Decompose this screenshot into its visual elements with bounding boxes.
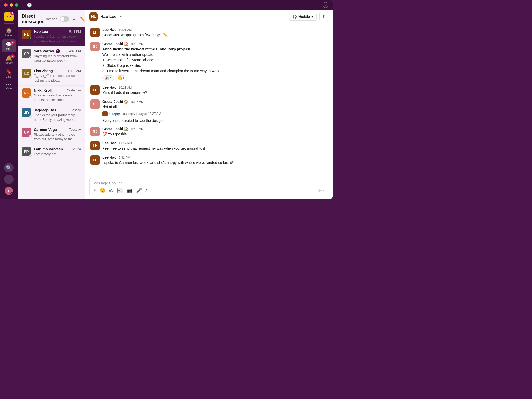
jagdeep-status-dot — [29, 115, 32, 118]
party-emoji: 🎉 — [105, 76, 109, 80]
workspace-avatar[interactable]: 🐱 1 — [4, 12, 14, 21]
audio-button[interactable]: 🎤 — [136, 188, 142, 193]
msg-header-4: Geeta Joshi 🏠 10:15 AM — [102, 99, 327, 104]
message-group-5: GJ Geeta Joshi 🏠 12:33 AM 💯 You got this… — [90, 127, 327, 137]
dm-item-hao-lee[interactable]: HL Hao Lee 5:41 PM I spoke to Carmen las… — [18, 27, 85, 46]
dm-list: HL Hao Lee 5:41 PM I spoke to Carmen las… — [18, 27, 85, 200]
fathima-status-dot — [29, 154, 32, 157]
sidebar-divider — [4, 23, 14, 24]
mention-button[interactable]: @ — [109, 188, 114, 193]
chat-header: HL Hao Lee ▾ 🎧 Huddle ▾ ⬆ — [85, 10, 332, 23]
add-button[interactable]: + — [4, 175, 14, 184]
dm-avatar-wrap-lisa: LZ — [22, 69, 31, 78]
sidebar: 🐱 1 🏠 Home 💬 DMs 1 🔔 Activity 2 🔖 Later … — [0, 10, 18, 200]
huddle-caret-icon: ▾ — [311, 15, 313, 19]
sidebar-item-dms[interactable]: 💬 DMs 1 — [2, 39, 16, 52]
share-button[interactable]: ⬆ — [319, 12, 328, 21]
sidebar-item-later[interactable]: 🔖 Later — [2, 67, 16, 80]
msg-header-5: Geeta Joshi 🏠 12:33 AM — [102, 127, 327, 131]
dm-row1-sara: Sara Parras 1 4:45 PM — [34, 49, 81, 53]
chat-user-name[interactable]: Hao Lee — [100, 14, 116, 19]
msg-body-3: Lee Hao 10:13 AM Mind if I add it in tom… — [102, 85, 327, 95]
lisa-time: 11:12 AM — [68, 69, 81, 73]
reaction-party-2[interactable]: 🎉 1 — [102, 75, 114, 81]
hao-preview: I spoke to Carmen last week, and she's h… — [34, 34, 81, 44]
thread-reply-4[interactable]: 1 reply Last reply today at 10:27 AM — [102, 111, 327, 116]
dm-avatar-wrap-carmen: CV — [22, 128, 31, 137]
help-button[interactable]: ? — [323, 2, 328, 8]
msg-author-1: Lee Hao — [102, 28, 116, 32]
back-button[interactable]: ← — [36, 2, 43, 8]
user-avatar[interactable]: U — [4, 186, 14, 195]
dm-avatar-wrap-sara: SP — [22, 49, 31, 58]
forward-button[interactable]: → — [44, 2, 52, 8]
maximize-button[interactable] — [15, 3, 18, 7]
text-format-button[interactable]: Aa — [117, 188, 123, 193]
message-input-box: Message Hao Lee + 😊 @ Aa 📷 🎤 / ➤ ▾ — [89, 178, 328, 196]
emoji-button[interactable]: 😊 — [100, 188, 105, 193]
title-bar-center: 🕐 ← → — [22, 2, 320, 8]
dm-content-carmen: Carmen Vega Tuesday Please add any other… — [34, 128, 81, 142]
msg-avatar-1: LH — [90, 28, 100, 37]
dm-row1-jagdeep: Jagdeep Das Tuesday — [34, 108, 81, 112]
fathima-preview: Fortunately not! — [34, 152, 81, 156]
sidebar-item-home[interactable]: 🏠 Home — [2, 26, 16, 38]
msg-author-6: Lee Hao — [102, 141, 116, 145]
add-reaction-2[interactable]: 😊+ — [116, 75, 127, 81]
msg-body-6: Lee Hao 12:32 PM Feel free to send that … — [102, 141, 327, 151]
send-button[interactable]: ➤ — [318, 187, 322, 194]
input-placeholder[interactable]: Message Hao Lee — [93, 181, 324, 185]
activity-badge: 2 — [10, 54, 15, 58]
huddle-button[interactable]: 🎧 Huddle ▾ — [289, 13, 317, 21]
carmen-time: Tuesday — [69, 128, 81, 131]
lisa-status-dot — [29, 76, 32, 79]
message-group-6: LH Lee Hao 12:32 PM Feel free to send th… — [90, 141, 327, 151]
minimize-button[interactable] — [10, 3, 13, 7]
dm-avatar-wrap-jagdeep: JD — [22, 108, 31, 117]
reaction-count-2: 1 — [110, 76, 112, 80]
later-icon: 🔖 — [6, 69, 12, 75]
dm-item-nikki[interactable]: NK Nikki Kroll Yesterday Great work on t… — [18, 86, 85, 105]
filter-button[interactable]: ≡ — [72, 16, 76, 22]
msg-author-4: Geeta Joshi 🏠 — [102, 99, 128, 104]
sidebar-item-more[interactable]: ••• More — [2, 81, 16, 91]
msg-time-3: 10:13 AM — [118, 86, 132, 89]
video-button[interactable]: 📷 — [127, 188, 132, 193]
msg-text-7: I spoke to Carmen last week, and she's h… — [102, 160, 327, 165]
msg-time-4: 10:15 AM — [130, 100, 144, 104]
msg-text-4: Not at all! — [102, 104, 327, 110]
attach-button[interactable]: + — [93, 188, 96, 193]
thread-avatar-img — [102, 111, 108, 116]
dm-item-fathima[interactable]: FP Fathima Parveen Apr 24 Fortunately no… — [18, 144, 85, 159]
dm-item-lisa[interactable]: LZ Lisa Zhang 11:12 AM ¯\_(ツ)_/¯ The bos… — [18, 66, 85, 86]
fathima-time: Apr 24 — [72, 147, 81, 151]
chat-avatar-img: HL — [89, 12, 98, 21]
sara-name: Sara Parras — [34, 49, 54, 53]
nav-arrows: ← → — [36, 2, 52, 8]
slash-button[interactable]: / — [145, 188, 147, 193]
sara-status-dot — [29, 56, 32, 59]
huddle-label: Huddle — [298, 15, 310, 19]
sidebar-item-activity[interactable]: 🔔 Activity 2 — [2, 53, 16, 66]
msg-time-5: 12:33 AM — [130, 127, 144, 131]
msg-line-2-2: 2. Globo Corp is excited — [102, 63, 141, 68]
dm-avatar-wrap-nikki: NK — [22, 88, 31, 98]
msg-author-2: Geeta Joshi 🏠 — [102, 42, 128, 46]
send-caret-button[interactable]: ▾ — [323, 188, 324, 192]
hao-name: Hao Lee — [34, 30, 48, 34]
msg-text-2: Announcing the kick-off of the Globo Cor… — [102, 46, 327, 74]
msg-reactions-2: 🎉 1 😊+ — [102, 75, 327, 81]
msg-body-5: Geeta Joshi 🏠 12:33 AM 💯 You got this! — [102, 127, 327, 137]
search-button[interactable]: 🔍 — [4, 163, 14, 172]
share-icon: ⬆ — [322, 14, 325, 19]
dm-item-carmen[interactable]: CV Carmen Vega Tuesday Please add any ot… — [18, 125, 85, 144]
dm-item-sara[interactable]: SP Sara Parras 1 4:45 PM Anything really… — [18, 46, 85, 66]
msg-avatar-5: GJ — [90, 127, 100, 136]
message-group-1: LH Lee Hao 10:01 AM Good! Just wrapping … — [90, 28, 327, 38]
msg-text-6: Feel free to send that request my way wh… — [102, 146, 327, 151]
unreads-toggle[interactable] — [60, 16, 69, 22]
dm-item-jagdeep[interactable]: JD Jagdeep Das Tuesday Thanks for your p… — [18, 105, 85, 125]
close-button[interactable] — [4, 3, 8, 7]
sara-badge: 1 — [56, 49, 60, 53]
msg-avatar-4: GJ — [90, 99, 100, 109]
